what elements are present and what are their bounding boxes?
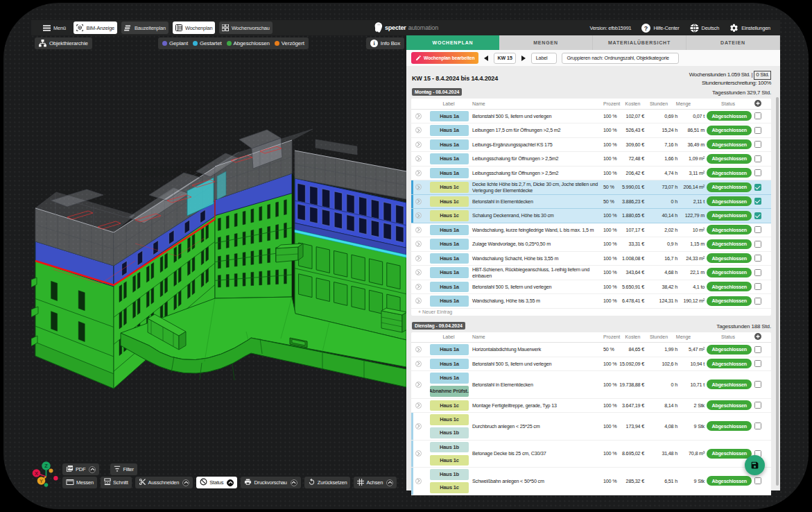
row-checkbox[interactable]	[754, 112, 761, 119]
tab-materialübersicht[interactable]: MATERIALÜBERSICHT	[593, 35, 686, 50]
expand-icon[interactable]	[291, 479, 297, 486]
viewer-tool-messen[interactable]: Messen	[62, 477, 97, 488]
expand-icon[interactable]	[89, 466, 96, 473]
expand-row-icon[interactable]	[415, 423, 422, 429]
tab-mengen[interactable]: MENGEN	[499, 35, 593, 50]
new-entry-button[interactable]: + Neuer Eintrag	[411, 309, 771, 316]
help-center-button[interactable]: ? Hilfe-Center	[641, 24, 679, 33]
row-checkbox[interactable]	[754, 198, 761, 205]
table-row[interactable]: Haus 1a Leibungen 17,5 cm für Öffnungen …	[411, 123, 771, 138]
row-checkbox[interactable]	[754, 226, 761, 233]
nav-wochenplan[interactable]: Wochenplan	[173, 22, 215, 34]
settings-button[interactable]: Einstellungen	[729, 24, 770, 33]
expand-row-icon[interactable]	[415, 155, 422, 162]
expand-row-icon[interactable]	[415, 269, 422, 275]
group-by-dropdown[interactable]: Gruppieren nach: Ordnungszahl, Objektkat…	[562, 53, 678, 64]
expand-row-icon[interactable]	[415, 212, 422, 219]
expand-row-icon[interactable]	[415, 170, 422, 176]
table-row[interactable]: Haus 1a Leibungs-Ergänzungsspachtel KS 1…	[411, 138, 771, 153]
row-checkbox[interactable]	[754, 184, 761, 191]
week-next-button[interactable]	[521, 56, 526, 61]
row-checkbox[interactable]	[754, 346, 761, 353]
table-row[interactable]: Haus 1c Montage Fertigteiltreppe, gerade…	[411, 399, 771, 413]
row-checkbox[interactable]	[754, 402, 761, 409]
expand-icon[interactable]	[182, 479, 189, 486]
table-row[interactable]: Haus 1a Wandschalung Schacht, Höhe bis 3…	[411, 252, 771, 266]
row-checkbox[interactable]	[754, 127, 761, 134]
edit-weekplan-button[interactable]: Wochenplan bearbeiten	[411, 52, 478, 64]
object-hierarchy-button[interactable]: Objekthierarchie	[35, 37, 92, 49]
expand-row-icon[interactable]	[415, 184, 422, 190]
table-row[interactable]: Haus 1cHaus 1b Durchbruch anlegen < 25*2…	[411, 413, 771, 441]
viewer-tool-filter[interactable]: Filter	[110, 463, 137, 475]
table-row[interactable]: Haus 1a Wandschalung, kurze feingliedrig…	[411, 223, 771, 238]
row-checkbox[interactable]	[754, 269, 761, 276]
menu-button[interactable]: Menü	[40, 22, 69, 34]
expand-row-icon[interactable]	[415, 241, 422, 247]
add-row-button[interactable]	[748, 100, 768, 108]
expand-row-icon[interactable]	[415, 346, 422, 352]
info-box-button[interactable]: i Info Box	[366, 37, 404, 49]
nav-wochenvorschau[interactable]: Wochenvorschau	[219, 22, 272, 34]
expand-row-icon[interactable]	[415, 227, 422, 233]
table-row[interactable]: Haus 1c Decke lichte Höhe bis 2,7 m, Dic…	[411, 180, 771, 195]
table-row[interactable]: Haus 1c Schalung Deckenrand, Höhe bis 30…	[411, 209, 771, 223]
table-row[interactable]: Haus 1bHaus 1c Schweißbahn anlegen < 50*…	[411, 468, 771, 495]
table-row[interactable]: Haus 1a Horizontalabdichtung Mauerwerk 5…	[411, 343, 771, 357]
add-row-button[interactable]	[748, 333, 768, 341]
expand-row-icon[interactable]	[415, 402, 422, 409]
expand-row-icon[interactable]	[415, 198, 422, 205]
table-row[interactable]: Haus 1a Leibungsschalung für Öffnungen >…	[411, 167, 771, 181]
row-checkbox[interactable]	[754, 169, 761, 176]
expand-row-icon[interactable]	[415, 450, 422, 456]
table-row[interactable]: Haus 1aAbnahme Prüfst.. Betonstahl in El…	[411, 371, 771, 399]
table-row[interactable]: Haus 1a Betonstahl 500 S, liefern und ve…	[411, 110, 771, 124]
nav-bauzeitenplan[interactable]: Bauzeitenplan	[121, 22, 169, 34]
table-row[interactable]: Haus 1bHaus 1c Betonage Decke bis 25 cm,…	[411, 441, 771, 468]
expand-icon[interactable]	[386, 479, 393, 486]
viewer-tool-pdf[interactable]: PDF	[62, 463, 99, 475]
table-row[interactable]: Haus 1c Betonstahl in Elementdecken 50 %…	[411, 195, 771, 210]
label-dropdown[interactable]: Label	[531, 53, 558, 64]
row-checkbox[interactable]	[754, 141, 761, 148]
expand-row-icon[interactable]	[415, 284, 422, 290]
expand-row-icon[interactable]	[415, 127, 422, 133]
row-checkbox[interactable]	[754, 360, 761, 367]
row-checkbox[interactable]	[754, 423, 761, 429]
bim-3d-viewer[interactable]: Objekthierarchie GeplantGestartetAbgesch…	[31, 35, 406, 490]
row-checkbox[interactable]	[754, 477, 761, 484]
row-checkbox[interactable]	[754, 255, 761, 262]
row-checkbox[interactable]	[754, 155, 761, 162]
viewer-tool-druckvorschau[interactable]: Druckvorschau	[241, 477, 300, 488]
tab-wochenplan[interactable]: WOCHENPLAN	[406, 35, 499, 50]
table-row[interactable]: Haus 1a Zulage Wandvorlage, bis 0,25*0,5…	[411, 237, 771, 252]
row-checkbox[interactable]	[754, 298, 761, 305]
tab-dateien[interactable]: DATEIEN	[686, 35, 780, 50]
expand-row-icon[interactable]	[415, 361, 422, 367]
language-button[interactable]: Deutsch	[690, 24, 720, 33]
axis-gizmo[interactable]: Z X Y	[31, 456, 66, 490]
expand-row-icon[interactable]	[415, 113, 422, 119]
row-checkbox[interactable]	[754, 241, 761, 248]
expand-row-icon[interactable]	[415, 382, 422, 388]
week-prev-button[interactable]	[483, 56, 489, 61]
expand-row-icon[interactable]	[415, 298, 422, 304]
viewer-tool-achsen[interactable]: Achsen	[354, 477, 397, 488]
viewer-tool-schnitt[interactable]: Schnitt	[101, 477, 132, 488]
save-button[interactable]	[745, 455, 765, 475]
table-row[interactable]: Haus 1a HBT-Schienen, Rückbiegeanschluss…	[411, 266, 771, 280]
expand-row-icon[interactable]	[415, 255, 422, 262]
table-row[interactable]: Haus 1a Leibungsschalung für Öffnungen >…	[411, 152, 771, 167]
panel-scrollbar[interactable]	[776, 97, 779, 486]
row-checkbox[interactable]	[754, 283, 761, 290]
viewer-tool-ausschneiden[interactable]: Ausschneiden	[135, 477, 193, 488]
expand-row-icon[interactable]	[415, 478, 422, 484]
table-row[interactable]: Haus 1a Wandschalung, Höhe bis 3,55 m 10…	[411, 294, 771, 309]
expand-row-icon[interactable]	[415, 142, 422, 148]
week-selector[interactable]: KW 15	[494, 53, 515, 64]
row-checkbox[interactable]	[754, 212, 761, 219]
viewer-tool-status[interactable]: Status	[196, 477, 237, 488]
viewer-tool-zurcksetzen[interactable]: Zurücksetzen	[304, 477, 351, 488]
table-row[interactable]: Haus 1a Betonstahl 500 S, liefern und ve…	[411, 280, 771, 295]
table-row[interactable]: Haus 1a Betonstahl 500 S, liefern und ve…	[411, 357, 771, 372]
